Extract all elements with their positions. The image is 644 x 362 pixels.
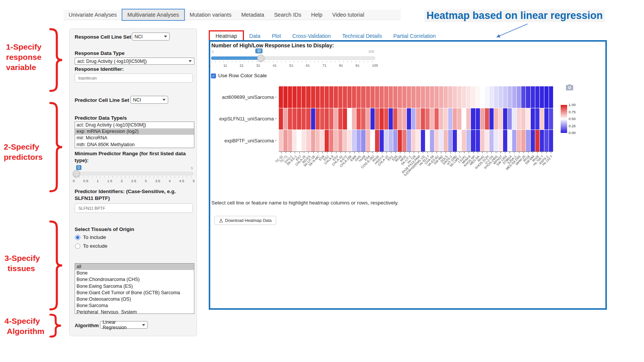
heatmap-cell[interactable] — [453, 86, 457, 108]
heatmap-cell[interactable] — [297, 86, 301, 108]
heatmap-cell[interactable] — [462, 108, 466, 130]
heatmap-cell[interactable] — [471, 130, 475, 151]
heatmap-cell[interactable] — [448, 130, 452, 151]
list-item[interactable]: mir: MicroRNA — [75, 135, 194, 141]
heatmap-cell[interactable] — [297, 108, 301, 130]
heatmap-cell[interactable] — [306, 86, 310, 108]
tab-partial-correlation[interactable]: Partial Correlation — [393, 33, 436, 39]
heatmap-cell[interactable] — [343, 108, 347, 130]
tab-cross-validation[interactable]: Cross-Validation — [292, 33, 331, 39]
heatmap-cell[interactable] — [306, 130, 310, 151]
heatmap-cell[interactable] — [343, 86, 347, 108]
heatmap-cell[interactable] — [389, 86, 393, 108]
heatmap-cell[interactable] — [457, 108, 461, 130]
heatmap-cell[interactable] — [540, 130, 544, 151]
heatmap-cell[interactable] — [347, 130, 352, 151]
heatmap-cell[interactable] — [466, 86, 470, 108]
heatmap-cell[interactable] — [292, 130, 297, 151]
heatmap-cell[interactable] — [411, 108, 416, 130]
heatmap-cell[interactable] — [366, 130, 370, 151]
heatmap-cell[interactable] — [531, 86, 535, 108]
heatmap-cell[interactable] — [489, 86, 494, 108]
heatmap-cell[interactable] — [535, 108, 539, 130]
heatmap-cell[interactable] — [453, 108, 457, 130]
heatmap-cell[interactable] — [283, 130, 288, 151]
heatmap-cell[interactable] — [402, 108, 406, 130]
heatmap-cell[interactable] — [544, 108, 549, 130]
nav-tab-multivariate[interactable]: Multivariate Analyses — [122, 9, 184, 21]
heatmap-cell[interactable] — [462, 130, 466, 151]
heatmap-cell[interactable] — [526, 86, 530, 108]
heatmap-cell[interactable] — [366, 108, 370, 130]
heatmap-cell[interactable] — [430, 86, 434, 108]
heatmap-cell[interactable] — [411, 86, 416, 108]
heatmap-cell[interactable] — [485, 108, 489, 130]
heatmap-cell[interactable] — [421, 108, 425, 130]
heatmap-cell[interactable] — [526, 108, 530, 130]
heatmap-cell[interactable] — [526, 130, 530, 151]
heatmap-row-label[interactable]: expSLFN11_uniSarcoma — [205, 108, 277, 130]
heatmap-cell[interactable] — [283, 108, 288, 130]
heatmap-cell[interactable] — [361, 86, 365, 108]
heatmap-cell[interactable] — [384, 108, 388, 130]
heatmap-cell[interactable] — [356, 130, 361, 151]
heatmap-cell[interactable] — [512, 130, 516, 151]
heatmap-cell[interactable] — [325, 130, 329, 151]
heatmap-cell[interactable] — [494, 130, 498, 151]
heatmap-cell[interactable] — [508, 108, 512, 130]
heatmap-cell[interactable] — [316, 130, 320, 151]
tab-plot[interactable]: Plot — [272, 33, 281, 39]
heatmap-cell[interactable] — [416, 108, 420, 130]
heatmap-cell[interactable] — [544, 130, 549, 151]
heatmap-cell[interactable] — [375, 108, 379, 130]
nav-tab-mutation-variants[interactable]: Mutation variants — [185, 10, 236, 20]
range-slider-handle[interactable] — [73, 170, 80, 177]
heatmap-cell[interactable] — [466, 108, 470, 130]
heatmap-cell[interactable] — [407, 86, 411, 108]
heatmap-cell[interactable] — [311, 108, 315, 130]
heatmap-cell[interactable] — [444, 108, 448, 130]
heatmap-cell[interactable] — [320, 86, 324, 108]
heatmap-cell[interactable] — [503, 130, 507, 151]
nav-tab-video-tutorial[interactable]: Video tutorial — [327, 10, 369, 20]
heatmap-cell[interactable] — [517, 108, 521, 130]
heatmap-cell[interactable] — [384, 86, 388, 108]
heatmap-cell[interactable] — [334, 86, 338, 108]
heatmap-cell[interactable] — [375, 86, 379, 108]
tissue-exclude-label[interactable]: To exclude — [83, 243, 108, 249]
heatmap-cell[interactable] — [430, 108, 434, 130]
heatmap-cell[interactable] — [489, 108, 494, 130]
heatmap-row-label[interactable]: expBPTF_uniSarcoma — [205, 130, 277, 151]
heatmap-cell[interactable] — [338, 86, 342, 108]
heatmap-cell[interactable] — [435, 130, 439, 151]
heatmap-cell[interactable] — [329, 130, 333, 151]
heatmap-cell[interactable] — [485, 130, 489, 151]
heatmap-cell[interactable] — [416, 86, 420, 108]
heatmap-cell[interactable] — [540, 86, 544, 108]
list-item[interactable]: Peripheral_Nervous_System — [75, 309, 194, 314]
heatmap-cell[interactable] — [356, 108, 361, 130]
heatmap-cell[interactable] — [311, 130, 315, 151]
list-item-selected[interactable]: exp: mRNA Expression (log2) — [75, 128, 194, 135]
heatmap-cell[interactable] — [471, 86, 475, 108]
heatmap-cell[interactable] — [549, 86, 553, 108]
download-heatmap-data-button[interactable]: Download Heatmap Data — [214, 216, 276, 225]
heatmap-cell[interactable] — [393, 130, 397, 151]
heatmap-cell[interactable] — [347, 86, 352, 108]
list-item[interactable]: Bone:Sarcoma — [75, 303, 194, 309]
heatmap-cell[interactable] — [398, 130, 402, 151]
heatmap-cell[interactable] — [480, 130, 485, 151]
heatmap-cell[interactable] — [521, 108, 525, 130]
heatmap-cell[interactable] — [508, 130, 512, 151]
heatmap-cell[interactable] — [448, 108, 452, 130]
heatmap-cell[interactable] — [425, 86, 430, 108]
heatmap-cell[interactable] — [375, 130, 379, 151]
heatmap-cell[interactable] — [494, 108, 498, 130]
heatmap-cell[interactable] — [398, 86, 402, 108]
heatmap-cell[interactable] — [503, 86, 507, 108]
heatmap-cell[interactable] — [384, 130, 388, 151]
heatmap-cell[interactable] — [320, 108, 324, 130]
nav-tab-metadata[interactable]: Metadata — [236, 10, 269, 20]
heatmap-cell[interactable] — [325, 86, 329, 108]
heatmap-cell[interactable] — [297, 130, 301, 151]
